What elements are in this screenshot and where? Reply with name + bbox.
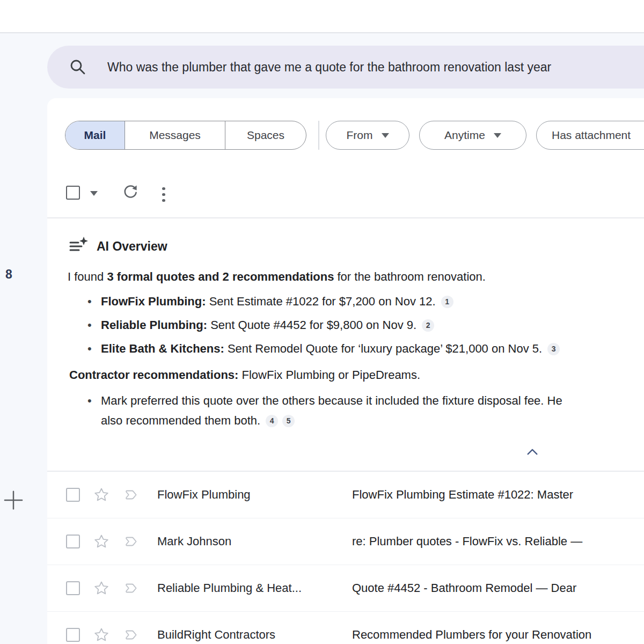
- chevron-down-icon: [494, 133, 501, 138]
- bullet-dot: •: [87, 318, 101, 332]
- star-icon[interactable]: [93, 487, 109, 503]
- star-icon[interactable]: [93, 627, 109, 643]
- citation-badge[interactable]: 3: [547, 343, 560, 355]
- importance-marker-icon[interactable]: [123, 628, 138, 641]
- filter-chip-anytime-label: Anytime: [444, 129, 485, 142]
- star-icon[interactable]: [93, 533, 109, 550]
- quote-item: •Elite Bath & Kitchens: Sent Remodel Quo…: [68, 342, 560, 356]
- refresh-icon[interactable]: [122, 184, 138, 200]
- email-sender: Reliable Plumbing & Heat...: [157, 581, 348, 595]
- top-bar: [0, 0, 644, 33]
- bullet-dot: •: [87, 295, 101, 309]
- ai-overview-icon: [69, 236, 88, 255]
- note-text-1: Mark preferred this quote over the other…: [101, 394, 562, 407]
- filter-chip-has-attachment[interactable]: Has attachment: [536, 121, 644, 150]
- tab-messages[interactable]: Messages: [125, 121, 225, 149]
- ai-overview-title: AI Overview: [97, 239, 167, 254]
- intro-post: for the bathroom renovation.: [334, 270, 486, 283]
- citation-badge[interactable]: 5: [282, 415, 295, 427]
- email-subject: Recommended Plumbers for your Renovation: [352, 628, 591, 642]
- email-subject: FlowFix Plumbing Estimate #1022: Master: [352, 488, 573, 502]
- results-panel: Mail Messages Spaces From Anytime Has at…: [47, 98, 644, 644]
- recommendation-label: Contractor recommendations:: [69, 368, 238, 382]
- row-checkbox[interactable]: [66, 535, 80, 548]
- toolbar-divider: [47, 217, 644, 218]
- select-dropdown-caret-icon[interactable]: [90, 191, 98, 196]
- filter-chip-from[interactable]: From: [326, 121, 409, 150]
- note-line-2: also recommended them both.45: [101, 414, 295, 428]
- quote-detail: Sent Estimate #1022 for $7,200 on Nov 12…: [206, 295, 436, 308]
- bullet-dot: •: [87, 394, 101, 408]
- chips-divider: [318, 121, 319, 150]
- bullet-dot: •: [87, 342, 101, 356]
- citation-badge[interactable]: 1: [441, 296, 453, 308]
- gmail-search-results: 8 Who was the plumber that gave me a quo…: [0, 0, 644, 644]
- note-line-1: •Mark preferred this quote over the othe…: [68, 394, 562, 408]
- more-options-icon[interactable]: [162, 184, 166, 205]
- email-subject: Quote #4452 - Bathroom Remodel — Dear: [352, 581, 576, 595]
- search-query-text: Who was the plumber that gave me a quote…: [107, 46, 551, 89]
- email-sender: FlowFix Plumbing: [157, 488, 348, 502]
- quote-detail: Sent Quote #4452 for $9,800 on Nov 9.: [207, 318, 416, 332]
- left-rail: 8: [0, 33, 47, 644]
- recommendation-text: FlowFix Plumbing or PipeDreams.: [238, 368, 420, 382]
- quote-vendor: FlowFix Plumbing:: [101, 295, 206, 308]
- email-row[interactable]: FlowFix Plumbing FlowFix Plumbing Estima…: [47, 472, 644, 518]
- intro-bold: 3 formal quotes and 2 recommendations: [107, 270, 334, 283]
- email-list: FlowFix Plumbing FlowFix Plumbing Estima…: [47, 472, 644, 644]
- importance-marker-icon[interactable]: [123, 488, 138, 501]
- chevron-down-icon: [382, 133, 389, 138]
- email-row[interactable]: BuildRight Contractors Recommended Plumb…: [47, 612, 644, 644]
- recommendation-line: Contractor recommendations: FlowFix Plum…: [69, 368, 420, 382]
- result-type-tabs: Mail Messages Spaces: [65, 121, 306, 150]
- row-checkbox[interactable]: [66, 488, 80, 502]
- select-all-checkbox[interactable]: [66, 186, 80, 200]
- search-icon: [69, 58, 87, 76]
- tab-spaces[interactable]: Spaces: [225, 121, 306, 149]
- citation-badge[interactable]: 2: [422, 319, 434, 332]
- quote-vendor: Reliable Plumbing:: [101, 318, 207, 332]
- quote-detail: Sent Remodel Quote for ‘luxury package’ …: [224, 342, 542, 355]
- email-row[interactable]: Mark Johnson re: Plumber quotes - FlowFi…: [47, 518, 644, 565]
- quote-item: •Reliable Plumbing: Sent Quote #4452 for…: [68, 318, 434, 332]
- filter-chip-anytime[interactable]: Anytime: [419, 121, 526, 150]
- email-row[interactable]: Reliable Plumbing & Heat... Quote #4452 …: [47, 565, 644, 612]
- label-unread-count: 8: [5, 267, 12, 282]
- quote-vendor: Elite Bath & Kitchens:: [101, 342, 224, 355]
- tab-mail[interactable]: Mail: [65, 121, 125, 149]
- intro-pre: I found: [68, 270, 107, 283]
- importance-marker-icon[interactable]: [123, 535, 138, 548]
- star-icon[interactable]: [93, 580, 109, 596]
- row-checkbox[interactable]: [66, 628, 80, 642]
- importance-marker-icon[interactable]: [123, 582, 138, 595]
- row-checkbox[interactable]: [66, 581, 80, 595]
- search-bar[interactable]: Who was the plumber that gave me a quote…: [47, 46, 644, 89]
- email-sender: BuildRight Contractors: [157, 628, 348, 642]
- email-sender: Mark Johnson: [157, 535, 348, 548]
- filter-chip-has-attachment-label: Has attachment: [552, 129, 631, 142]
- ai-overview-intro: I found 3 formal quotes and 2 recommenda…: [68, 270, 486, 284]
- note-text-2: also recommended them both.: [101, 414, 260, 427]
- email-subject: re: Plumber quotes - FlowFix vs. Reliabl…: [352, 535, 582, 548]
- collapse-chevron-icon[interactable]: [526, 448, 539, 456]
- filter-chip-from-label: From: [347, 129, 373, 142]
- citation-badge[interactable]: 4: [266, 415, 278, 427]
- plus-icon[interactable]: [3, 490, 24, 510]
- quote-item: •FlowFix Plumbing: Sent Estimate #1022 f…: [68, 295, 453, 309]
